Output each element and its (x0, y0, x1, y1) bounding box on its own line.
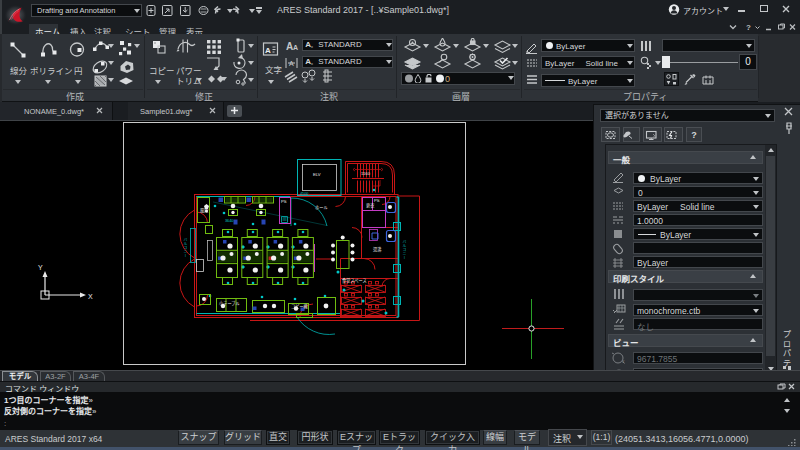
svg-text:PS: PS (281, 199, 287, 204)
svg-text:小テーブル: 小テーブル (219, 300, 240, 307)
svg-text:?: ? (746, 23, 751, 31)
svg-text:A: A (293, 44, 298, 51)
svg-text:食堂スペース: 食堂スペース (342, 277, 367, 284)
svg-text:1160: 1160 (361, 171, 371, 176)
svg-text:バルコニー: バルコニー (183, 237, 187, 257)
svg-text:Y: Y (38, 264, 43, 271)
svg-text:PS: PS (374, 198, 380, 203)
svg-text:A: A (265, 46, 271, 55)
svg-text:湯沸: 湯沸 (373, 246, 381, 253)
svg-text:3640: 3640 (225, 219, 233, 223)
svg-text:ELV: ELV (313, 172, 321, 177)
svg-text:ホール: ホール (315, 205, 328, 210)
svg-text:更衣: 更衣 (366, 202, 375, 209)
svg-text:バルコニー: バルコニー (402, 239, 406, 259)
svg-text:A: A (289, 60, 294, 67)
svg-text:風除: 風除 (200, 207, 209, 214)
svg-text:4500: 4500 (300, 192, 308, 196)
svg-text:X: X (88, 293, 93, 300)
svg-text:コピー機: コピー機 (291, 303, 309, 310)
